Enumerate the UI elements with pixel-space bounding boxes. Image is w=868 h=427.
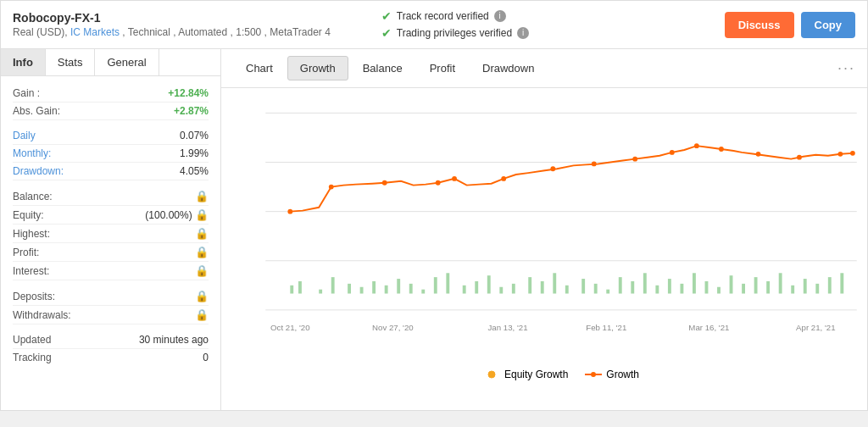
tab-info[interactable]: Info	[1, 49, 46, 75]
chart-tab-drawdown[interactable]: Drawdown	[470, 56, 547, 80]
svg-rect-35	[619, 277, 622, 293]
verify-track-record: ✔ Track record verified i	[381, 9, 725, 23]
svg-rect-15	[360, 287, 364, 294]
svg-rect-22	[446, 273, 449, 293]
interest-label: Interest:	[13, 265, 49, 277]
profit-lock-icon: 🔒	[195, 246, 209, 258]
updated-row: Updated 30 minutes ago	[13, 331, 209, 349]
drawdown-row: Drawdown: 4.05%	[13, 163, 209, 180]
svg-rect-13	[331, 277, 335, 293]
growth-chart: 20% 10% 0% -10% -20%	[264, 97, 859, 359]
chart-tabs: Chart Growth Balance Profit Drawdown ···	[221, 49, 867, 88]
legend-growth: Growth	[585, 369, 639, 380]
body: Info Stats General Gain : +12.84% Abs. G…	[1, 49, 867, 410]
svg-rect-24	[475, 281, 478, 294]
svg-rect-50	[804, 279, 807, 293]
svg-rect-20	[421, 290, 425, 294]
svg-rect-19	[409, 284, 413, 294]
svg-rect-33	[594, 284, 598, 294]
copy-button[interactable]: Copy	[801, 12, 856, 38]
svg-point-65	[719, 147, 724, 152]
left-panel: Info Stats General Gain : +12.84% Abs. G…	[1, 49, 221, 410]
legend-equity-growth: Equity Growth	[483, 369, 568, 380]
chart-tab-growth[interactable]: Growth	[287, 56, 348, 80]
chart-tab-chart[interactable]: Chart	[233, 56, 286, 80]
discuss-button[interactable]: Discuss	[725, 12, 794, 38]
right-panel: Chart Growth Balance Profit Drawdown ···	[221, 49, 867, 410]
svg-rect-45	[742, 284, 745, 294]
svg-text:Jan 13, '21: Jan 13, '21	[488, 323, 528, 332]
verify-trading-label: Trading privileges verified	[397, 27, 512, 39]
svg-point-54	[287, 209, 292, 214]
svg-rect-28	[528, 277, 531, 293]
svg-point-76	[488, 371, 495, 378]
chart-tab-balance[interactable]: Balance	[350, 56, 415, 80]
svg-rect-29	[541, 281, 544, 294]
profit-label: Profit:	[13, 247, 39, 258]
left-tabs: Info Stats General	[1, 49, 220, 76]
svg-rect-23	[463, 286, 466, 294]
gain-value: +12.84%	[168, 87, 209, 99]
equity-value: (100.00%) 🔒	[145, 208, 209, 221]
balance-row: Balance: 🔒	[13, 187, 209, 206]
svg-rect-49	[791, 286, 794, 294]
svg-rect-44	[730, 275, 733, 293]
daily-label[interactable]: Daily	[13, 130, 36, 141]
more-options-icon[interactable]: ···	[837, 59, 855, 77]
deposits-row: Deposits: 🔒	[13, 287, 209, 306]
tracking-value: 0	[203, 352, 209, 363]
withdrawals-row: Withdrawals: 🔒	[13, 306, 209, 324]
svg-rect-37	[643, 273, 647, 293]
svg-rect-39	[668, 279, 671, 293]
tab-general[interactable]: General	[95, 49, 159, 75]
abs-gain-label: Abs. Gain:	[13, 105, 60, 117]
balance-label: Balance:	[13, 191, 53, 202]
svg-rect-26	[499, 287, 503, 294]
svg-rect-52	[828, 277, 832, 293]
daily-row: Daily 0.07%	[13, 127, 209, 145]
withdrawals-label: Withdrawals:	[13, 309, 71, 321]
svg-rect-11	[298, 281, 302, 294]
drawdown-label[interactable]: Drawdown:	[13, 165, 64, 177]
tab-stats[interactable]: Stats	[46, 49, 96, 75]
deposits-lock-icon: 🔒	[195, 290, 209, 302]
verify-track-label: Track record verified	[397, 10, 489, 22]
legend-equity-label: Equity Growth	[504, 369, 568, 380]
account-title: Robocopy-FX-1	[13, 11, 356, 25]
main-container: Robocopy-FX-1 Real (USD), IC Markets , T…	[0, 0, 868, 411]
profit-row: Profit: 🔒	[13, 243, 209, 262]
header-left: Robocopy-FX-1 Real (USD), IC Markets , T…	[13, 11, 356, 38]
svg-rect-40	[680, 284, 683, 294]
svg-rect-34	[606, 290, 609, 294]
highest-row: Highest: 🔒	[13, 225, 209, 243]
svg-point-67	[797, 155, 802, 160]
check-icon-track: ✔	[381, 9, 392, 23]
legend-growth-label: Growth	[606, 369, 639, 380]
svg-point-59	[501, 176, 506, 181]
svg-rect-21	[434, 277, 437, 293]
svg-text:Nov 27, '20: Nov 27, '20	[372, 323, 414, 332]
ic-markets-link[interactable]: IC Markets	[70, 26, 120, 38]
svg-point-63	[670, 150, 675, 155]
check-icon-trading: ✔	[381, 26, 392, 40]
svg-rect-51	[815, 284, 819, 294]
svg-rect-16	[372, 281, 376, 294]
gain-label: Gain :	[13, 87, 40, 99]
svg-rect-31	[565, 286, 569, 294]
updated-label: Updated	[13, 334, 51, 346]
svg-point-78	[591, 372, 596, 377]
svg-rect-30	[553, 273, 556, 293]
info-icon-track[interactable]: i	[494, 10, 506, 22]
chart-tab-profit[interactable]: Profit	[417, 56, 468, 80]
monthly-value: 1.99%	[180, 147, 209, 159]
svg-point-61	[592, 162, 597, 167]
monthly-label[interactable]: Monthly:	[13, 147, 51, 159]
equity-lock-icon: 🔒	[195, 208, 209, 221]
verify-trading: ✔ Trading privileges verified i	[381, 26, 725, 40]
header-actions: Discuss Copy	[725, 12, 855, 38]
svg-rect-43	[717, 287, 721, 294]
svg-rect-46	[754, 277, 758, 293]
svg-point-60	[550, 166, 555, 171]
info-icon-trading[interactable]: i	[517, 27, 529, 39]
svg-rect-48	[779, 273, 782, 293]
